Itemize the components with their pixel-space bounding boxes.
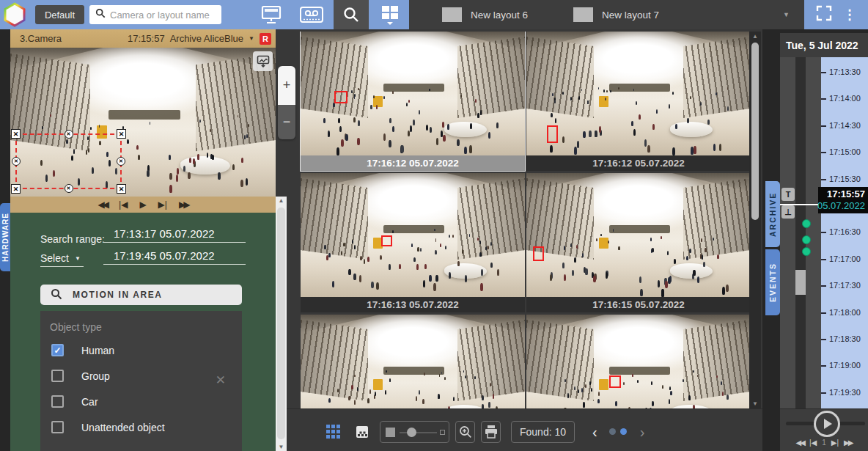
person-dot [380,255,382,260]
event-marker-icon[interactable] [802,219,811,228]
detection-zone[interactable]: ✕✕✕✕✕✕✕✕ [15,133,122,189]
menu-dots-icon[interactable]: ⋮ [843,8,856,21]
scroll-up-icon[interactable]: ▲ [276,197,287,204]
timeline-scroll-thumb[interactable] [795,270,806,295]
scrollbar-thumb[interactable] [277,208,285,439]
fullscreen-icon[interactable] [816,5,832,24]
camera-preview[interactable]: ✕✕✕✕✕✕✕✕ [10,48,276,197]
event-marker-icon[interactable] [802,247,811,256]
search-type-button[interactable]: MOTION IN AREA [40,285,242,305]
default-layout-button[interactable]: Default [35,5,84,24]
select-dropdown[interactable]: Select ▼ [40,252,84,267]
person-dot [452,235,454,238]
yellow-kiosk [373,379,382,390]
result-tile[interactable] [301,315,525,408]
zone-handle-icon[interactable]: ✕ [65,184,73,193]
next-frame-button[interactable]: ▶| [158,199,167,210]
person-dot [674,259,676,264]
next-page-button[interactable]: › [640,425,645,439]
play-button[interactable]: ▶ [139,199,146,210]
zone-handle-icon[interactable]: ✕ [117,184,126,194]
results-scrollbar[interactable]: ▲ ▼ [749,32,761,408]
thumbnail-view-icon[interactable] [355,425,369,439]
export-frame-icon[interactable] [253,51,273,71]
hardware-tab[interactable]: HARDWARE [0,203,10,271]
camera-search[interactable] [89,5,221,24]
print-button[interactable] [481,421,501,443]
zone-handle-icon[interactable]: ✕ [12,157,21,166]
page-dot[interactable] [620,428,627,435]
person-dot [701,238,702,241]
object-type-row[interactable]: ✓Human [40,337,242,363]
timeline-body[interactable]: 17:13:3017:14:0017:14:3017:15:0017:15:30… [780,57,868,408]
timeline-date-header[interactable]: Tue, 5 Jul 2022 [780,33,868,57]
person-dot [589,381,591,385]
result-tile[interactable]: 17:16:15 05.07.2022 [526,173,749,312]
scroll-down-icon[interactable]: ▼ [276,444,287,450]
camera-search-input[interactable] [110,10,216,21]
zone-handle-icon[interactable]: ✕ [11,129,21,139]
event-marker-icon[interactable] [802,235,811,244]
range-end-field[interactable]: 17:19:45 05.07.2022 [103,249,246,265]
checkbox[interactable]: ✓ [51,344,64,356]
person-dot [150,122,151,125]
zoom-results-button[interactable] [455,421,475,443]
result-tile[interactable]: 17:16:12 05.07.2022 [526,32,749,171]
layouts-grid-icon[interactable] [372,0,408,29]
layout-tab[interactable]: New layout 7 [573,7,659,22]
search-mode-icon[interactable] [334,0,369,29]
range-start-field[interactable]: 17:13:17 05.07.2022 [103,227,246,243]
person-dot [694,146,696,154]
object-type-row[interactable]: Group [40,363,242,389]
interval-end-marker[interactable]: ⊥ [781,205,795,219]
close-icon[interactable]: ✕ [216,373,226,388]
monitor-view-icon[interactable] [255,0,287,29]
page-dot[interactable] [609,428,616,435]
prev-page-button[interactable]: ‹ [592,425,597,439]
checkbox[interactable] [51,370,64,382]
play-button[interactable] [814,411,840,437]
scrollbar-thumb[interactable] [751,43,759,220]
layout-thumbnail [573,7,593,22]
checkbox[interactable] [51,421,64,433]
prev-frame-button[interactable]: |◀ [809,439,817,447]
checkbox[interactable] [51,395,64,408]
zone-handle-icon[interactable]: ✕ [117,157,125,166]
result-tile[interactable]: 17:16:12 05.07.2022 [301,32,525,171]
checkbox-label: Unattended object [81,422,165,433]
person-dot [424,264,427,270]
tabs-dropdown-icon[interactable]: ▼ [783,0,790,29]
thumbnail-size-slider[interactable] [380,421,449,443]
archive-selector[interactable]: Archive AliceBlue [170,33,243,44]
result-tile[interactable] [526,315,749,408]
scroll-up-icon[interactable]: ▲ [749,33,761,40]
person-dot [716,375,718,378]
scroll-down-icon[interactable]: ▼ [749,400,761,407]
zoom-out-button[interactable]: − [278,105,295,139]
rewind-button[interactable]: ◀◀ [98,199,107,210]
next-frame-button[interactable]: ▶| [831,439,839,447]
events-tab[interactable]: EVENTS [765,249,780,315]
archive-tab[interactable]: ARCHIVE [765,181,780,247]
prev-frame-button[interactable]: |◀ [119,199,128,210]
result-tile[interactable]: 17:16:13 05.07.2022 [301,173,525,312]
fast-forward-button[interactable]: ▶▶ [179,199,188,210]
fast-forward-button[interactable]: ▶▶ [844,439,852,447]
object-type-row[interactable]: Unattended object [40,414,242,440]
person-dot [578,96,580,99]
archive-caret-icon[interactable]: ▼ [249,35,254,42]
interval-start-marker[interactable]: T [781,188,795,201]
zone-handle-icon[interactable]: ✕ [65,130,73,139]
person-dot [353,117,356,122]
slider-track[interactable] [400,432,437,433]
layout-tab[interactable]: New layout 6 [442,7,528,22]
rewind-button[interactable]: ◀◀ [796,439,804,447]
object-type-row[interactable]: Car [40,389,242,414]
zoom-in-button[interactable]: + [278,66,295,105]
zone-handle-icon[interactable]: ✕ [117,129,126,139]
slider-thumb[interactable] [407,428,416,437]
grid-view-icon[interactable] [326,425,340,439]
zone-handle-icon[interactable]: ✕ [11,184,21,194]
archive-cassette-icon[interactable] [295,0,328,29]
left-panel-scrollbar[interactable]: ▲ ▼ [276,197,287,451]
